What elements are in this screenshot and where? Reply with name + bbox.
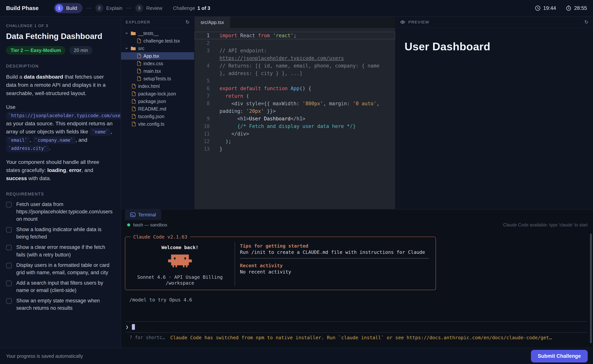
editor-tabbar: src/App.tsx (194, 17, 395, 28)
challenge-label: Challenge (173, 5, 195, 11)
line-number: 3 (194, 47, 210, 62)
file-package.json[interactable]: package.json (121, 98, 194, 105)
folder-src[interactable]: src (121, 45, 194, 52)
file-icon (132, 91, 136, 96)
file-tsconfig.json[interactable]: tsconfig.json (121, 113, 194, 120)
step-explain[interactable]: 2Explain (95, 4, 122, 12)
topbar: Build Phase 1Build2Explain3Review Challe… (0, 0, 593, 17)
line-number: 1 (194, 32, 210, 39)
requirements-list: Fetch user data from https://jsonplaceho… (6, 201, 115, 312)
line-number: 7 (194, 92, 210, 100)
requirement-checkbox[interactable] (6, 280, 12, 286)
terminal-scrollbar[interactable] (590, 234, 592, 343)
line-text (220, 39, 395, 47)
step-review[interactable]: 3Review (135, 4, 162, 12)
tips-underline (240, 258, 429, 259)
terminal-prompt[interactable]: ❯ (125, 322, 588, 332)
requirement-checkbox[interactable] (6, 245, 12, 250)
badge-row: Tier 2 — Easy-Medium 20 min (6, 46, 115, 55)
file-main.tsx[interactable]: main.tsx (121, 67, 194, 75)
file-icon (137, 38, 141, 43)
prompt-chevron: ❯ (126, 324, 128, 330)
elapsed-timer: 19:44 (535, 5, 556, 11)
claude-code-box: Claude Code v2.1.63 Welcome back! ▐▛███▜… (125, 237, 436, 290)
line-number: 2 (194, 39, 210, 47)
requirement-label: Fetch user data from https://jsonplaceho… (16, 201, 115, 223)
welcome-message: Welcome back! (161, 245, 199, 250)
installer-notice: Claude Code has switched from npm to nat… (170, 335, 552, 341)
folder-icon (131, 46, 136, 51)
step-label: Explain (106, 5, 122, 11)
editor-tab[interactable]: src/App.tsx (194, 17, 230, 28)
code-line-13: 13} (194, 145, 395, 153)
challenge-title: Data Fetching Dashboard (6, 32, 115, 41)
file-label: main.tsx (143, 68, 161, 74)
app-title: Build Phase (6, 5, 39, 11)
requirement-item: Display users in a formatted table or ca… (6, 262, 115, 276)
claude-box-right: Tips for getting started Run /init to cr… (235, 242, 436, 286)
code-area[interactable]: 1import React from 'react';23// API endp… (194, 28, 395, 209)
tips-body: Run /init to create a CLAUDE.md file wit… (240, 249, 430, 255)
refresh-icon[interactable]: ↻ (186, 20, 190, 25)
file-label: __tests__ (138, 31, 159, 36)
requirements-heading: REQUIREMENTS (6, 192, 115, 196)
file-label: vite.config.ts (138, 121, 164, 127)
submit-challenge-button[interactable]: Submit Challenge (531, 350, 588, 363)
session-name: bash — sandbox (133, 222, 167, 228)
file-README.md[interactable]: README.md (121, 105, 194, 113)
line-text: // Returns: [{ id, name, email, phone, c… (220, 62, 395, 77)
panes: EXPLORER ↻ __tests__challenge.test.tsxsr… (121, 17, 593, 209)
file-icon (137, 61, 141, 66)
preview-panel: PREVIEW ↻ User Dashboard (395, 17, 593, 209)
folder-__tests__[interactable]: __tests__ (121, 29, 194, 37)
session-status-dot (127, 223, 130, 226)
clock-icon (535, 5, 540, 11)
line-text: export default function App() { (220, 85, 395, 92)
claude-available-note: Claude Code available: type 'claude' to … (503, 222, 588, 228)
requirement-checkbox[interactable] (6, 227, 12, 233)
inline-code: `address.city` (6, 145, 49, 152)
file-challenge.test.tsx[interactable]: challenge.test.tsx (121, 37, 194, 45)
step-build[interactable]: 1Build (54, 3, 82, 13)
autosave-note: Your progress is saved automatically (6, 353, 83, 359)
model-info: Sonnet 4.6 · API Usage Billing (137, 274, 223, 280)
requirement-checkbox[interactable] (6, 263, 12, 268)
file-index.css[interactable]: index.css (121, 60, 194, 67)
challenge-eyebrow: CHALLENGE 1 OF 3 (6, 23, 115, 28)
line-text: } (220, 145, 395, 153)
requirement-checkbox[interactable] (6, 202, 12, 208)
line-number: 6 (194, 85, 210, 92)
file-label: challenge.test.tsx (143, 38, 180, 44)
file-App.tsx[interactable]: App.tsx (121, 52, 194, 60)
file-icon (137, 53, 141, 58)
explorer-heading: EXPLORER (126, 20, 150, 24)
line-number: 12 (194, 138, 210, 145)
line-number: 13 (194, 145, 210, 153)
requirement-label: Add a search input that filters users by… (16, 279, 115, 294)
line-number: 10 (194, 123, 210, 130)
main-area: CHALLENGE 1 OF 3 Data Fetching Dashboard… (0, 17, 593, 348)
file-vite.config.ts[interactable]: vite.config.ts (121, 120, 194, 128)
code-line-1: 1import React from 'react'; (194, 32, 395, 39)
file-package-lock.json[interactable]: package-lock.json (121, 90, 194, 98)
terminal-tab[interactable]: Terminal (125, 209, 161, 220)
preview-refresh-icon[interactable]: ↻ (584, 20, 588, 25)
shortcut-hint: ? for shortc… (129, 335, 165, 341)
line-number: 9 (194, 115, 210, 123)
chevron-down-icon (125, 47, 128, 50)
terminal-body[interactable]: Claude Code v2.1.63 Welcome back! ▐▛███▜… (121, 230, 593, 348)
file-label: tsconfig.json (138, 114, 164, 119)
editor-tab-label: src/App.tsx (200, 20, 224, 25)
file-index.html[interactable]: index.html (121, 82, 194, 90)
requirement-checkbox[interactable] (6, 298, 12, 304)
requirement-item: Show an empty state message when search … (6, 297, 115, 312)
inline-code: `name` (90, 128, 111, 136)
workspace: EXPLORER ↻ __tests__challenge.test.tsxsr… (121, 17, 593, 348)
tier-badge: Tier 2 — Easy-Medium (6, 46, 66, 55)
file-icon (137, 69, 141, 73)
description-heading: DESCRIPTION (6, 64, 115, 69)
app-window: Build Phase 1Build2Explain3Review Challe… (0, 0, 593, 364)
file-icon (132, 99, 136, 104)
file-setupTests.ts[interactable]: setupTests.ts (121, 75, 194, 82)
line-text: ); (220, 138, 395, 145)
